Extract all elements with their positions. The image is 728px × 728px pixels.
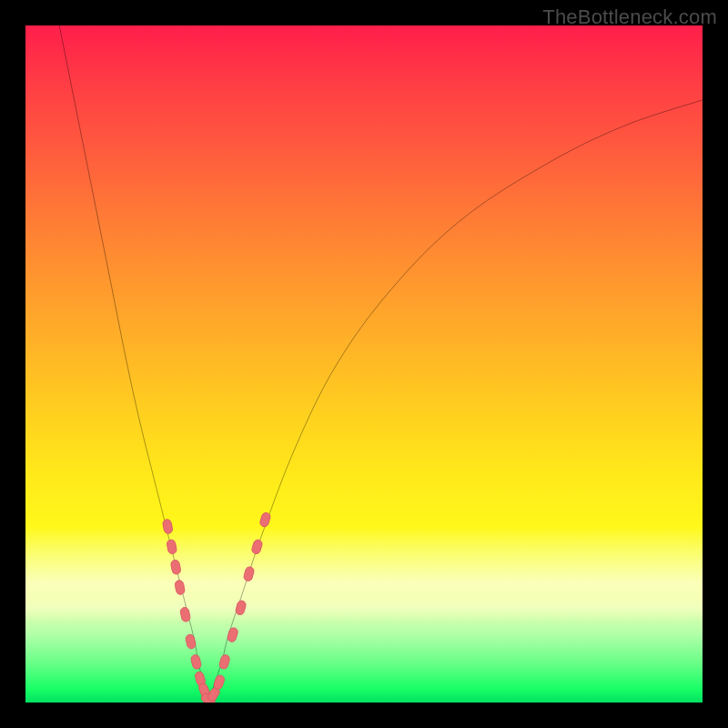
data-marker	[227, 627, 238, 643]
data-marker	[251, 539, 263, 555]
data-marker	[185, 633, 197, 649]
svg-rect-1	[167, 539, 177, 554]
data-marker	[170, 560, 181, 575]
data-marker	[243, 566, 255, 581]
curve-layer	[25, 25, 703, 703]
svg-rect-12	[218, 654, 230, 671]
svg-rect-14	[235, 600, 247, 615]
svg-rect-3	[175, 580, 186, 595]
svg-rect-15	[243, 566, 255, 581]
svg-rect-5	[185, 633, 197, 649]
svg-rect-6	[190, 654, 202, 670]
data-marker	[175, 580, 186, 595]
svg-rect-13	[227, 627, 238, 643]
svg-rect-2	[170, 560, 181, 575]
svg-rect-17	[259, 511, 271, 528]
data-marker	[213, 674, 226, 691]
data-marker	[179, 607, 190, 622]
curve-left-branch	[59, 25, 208, 703]
svg-rect-11	[213, 674, 226, 691]
data-marker	[190, 654, 202, 670]
data-marker	[235, 600, 247, 615]
watermark-text: TheBottleneck.com	[542, 5, 717, 29]
curve-right-branch	[208, 100, 703, 703]
data-marker	[162, 519, 173, 534]
svg-rect-0	[162, 519, 173, 534]
outer-frame: TheBottleneck.com	[0, 0, 728, 728]
data-marker	[218, 654, 230, 671]
data-marker	[259, 511, 271, 528]
svg-rect-16	[251, 539, 263, 555]
plot-area	[25, 25, 703, 703]
svg-rect-4	[179, 607, 190, 622]
data-marker	[167, 539, 177, 554]
